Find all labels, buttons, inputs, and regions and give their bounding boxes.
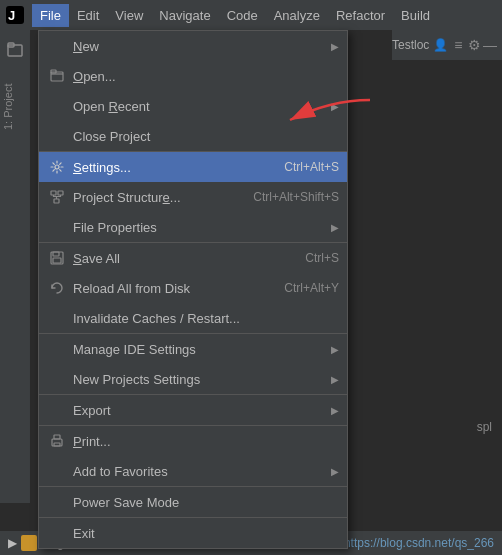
project-name-label: Testloc: [392, 38, 429, 52]
file-properties-icon: [47, 217, 67, 237]
invalidate-caches-icon: [47, 308, 67, 328]
svg-rect-12: [53, 258, 61, 263]
menu-navigate[interactable]: Navigate: [151, 4, 218, 27]
settings-menu-icon: [47, 157, 67, 177]
favorites-icon: [47, 461, 67, 481]
top-right-toolbar: Testloc 👤 ≡ ⚙ —: [392, 30, 502, 60]
avatar-icon: 👤: [433, 38, 448, 52]
open-icon: [47, 66, 67, 86]
menu-item-power-save[interactable]: Power Save Mode: [39, 487, 347, 517]
menu-item-settings[interactable]: Settings... Ctrl+Alt+S: [39, 152, 347, 182]
menu-view[interactable]: View: [107, 4, 151, 27]
svg-rect-9: [54, 199, 59, 203]
submenu-arrow-ide: ▶: [331, 344, 339, 355]
gear-icon[interactable]: ⚙: [466, 34, 482, 56]
url-display: https://blog.csdn.net/qs_266: [344, 536, 494, 550]
menu-item-save-all[interactable]: Save All Ctrl+S: [39, 243, 347, 273]
svg-rect-7: [51, 191, 56, 195]
minimize-icon[interactable]: —: [482, 34, 498, 56]
exit-icon: [47, 523, 67, 543]
right-panel-hint: spl: [477, 420, 492, 434]
file-dropdown-menu: New ▶ Open... Open Recent ▶ Close Projec…: [38, 30, 348, 549]
menu-bar: J File Edit View Navigate Code Analyze R…: [0, 0, 502, 30]
save-all-icon: [47, 248, 67, 268]
submenu-arrow: ▶: [331, 41, 339, 52]
menu-file[interactable]: File: [32, 4, 69, 27]
export-icon: [47, 400, 67, 420]
submenu-arrow-newproj: ▶: [331, 374, 339, 385]
submenu-arrow-export: ▶: [331, 405, 339, 416]
app-logo: J: [4, 4, 26, 26]
menu-item-project-structure[interactable]: Project Structure... Ctrl+Alt+Shift+S: [39, 182, 347, 212]
manage-ide-icon: [47, 339, 67, 359]
submenu-arrow-fav: ▶: [331, 466, 339, 477]
sidebar-project-icon[interactable]: [1, 36, 29, 64]
submenu-arrow-recent: ▶: [331, 101, 339, 112]
svg-point-6: [55, 165, 59, 169]
menu-item-new-projects[interactable]: New Projects Settings ▶: [39, 364, 347, 394]
menu-analyze[interactable]: Analyze: [266, 4, 328, 27]
new-icon: [47, 36, 67, 56]
submenu-arrow-props: ▶: [331, 222, 339, 233]
menu-item-open-recent[interactable]: Open Recent ▶: [39, 91, 347, 121]
new-projects-icon: [47, 369, 67, 389]
svg-text:J: J: [8, 8, 15, 23]
project-panel-label: 1: Project: [2, 84, 14, 130]
menu-item-print[interactable]: Print...: [39, 426, 347, 456]
menu-item-export[interactable]: Export ▶: [39, 395, 347, 425]
settings-icon[interactable]: ≡: [450, 34, 466, 56]
power-save-icon: [47, 492, 67, 512]
menu-item-file-properties[interactable]: File Properties ▶: [39, 212, 347, 242]
menu-refactor[interactable]: Refactor: [328, 4, 393, 27]
menu-item-new[interactable]: New ▶: [39, 31, 347, 61]
menu-item-add-favorites[interactable]: Add to Favorites ▶: [39, 456, 347, 486]
menu-item-close-project[interactable]: Close Project: [39, 121, 347, 151]
menu-item-manage-ide[interactable]: Manage IDE Settings ▶: [39, 334, 347, 364]
svg-rect-15: [54, 443, 60, 446]
right-panel-text-label: spl: [477, 420, 492, 434]
project-structure-icon: [47, 187, 67, 207]
menu-build[interactable]: Build: [393, 4, 438, 27]
menu-edit[interactable]: Edit: [69, 4, 107, 27]
menu-item-exit[interactable]: Exit: [39, 518, 347, 548]
close-project-icon: [47, 126, 67, 146]
menu-item-open[interactable]: Open...: [39, 61, 347, 91]
menu-item-reload-all[interactable]: Reload All from Disk Ctrl+Alt+Y: [39, 273, 347, 303]
svg-rect-8: [58, 191, 63, 195]
print-icon: [47, 431, 67, 451]
reload-icon: [47, 278, 67, 298]
folder-icon: [21, 535, 37, 551]
svg-rect-11: [53, 252, 59, 256]
open-recent-icon: [47, 96, 67, 116]
menu-code[interactable]: Code: [219, 4, 266, 27]
svg-rect-14: [54, 435, 60, 439]
menu-item-invalidate-caches[interactable]: Invalidate Caches / Restart...: [39, 303, 347, 333]
